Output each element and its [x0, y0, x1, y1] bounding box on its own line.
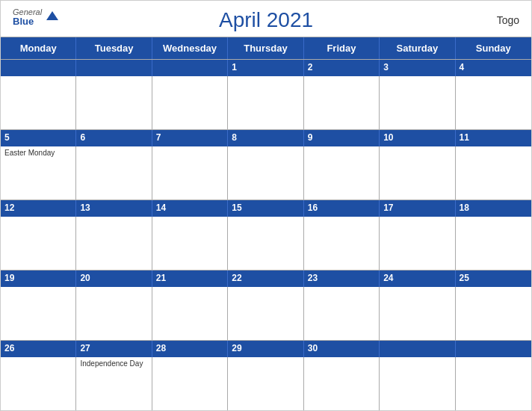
week-1-day-4-num: 1 — [228, 60, 303, 76]
week-1-day-2-num — [76, 60, 152, 76]
week-1: 1234 — [1, 59, 531, 129]
week-1-day-4-content — [228, 76, 303, 129]
week-3-day-3-num: 14 — [152, 200, 228, 217]
week-2-day-4-content — [228, 146, 303, 200]
day-headers-row: Monday Tuesday Wednesday Thursday Friday… — [1, 37, 531, 59]
week-5-day-5-content — [304, 357, 380, 410]
week-5-day-1-num: 26 — [1, 341, 76, 357]
week-1-day-5-content — [304, 76, 380, 129]
week-3-day-7-num: 18 — [456, 200, 531, 217]
week-2-day-2-num: 6 — [76, 130, 152, 146]
logo-blue-text: Blue — [13, 16, 42, 26]
week-5-day-2-content: Independence Day — [76, 357, 152, 410]
week-2-day-1-content: Easter Monday — [1, 146, 76, 200]
weeks-container: 1234567891011Easter Monday12131415161718… — [1, 59, 531, 410]
week-4-day-2-num: 20 — [76, 271, 152, 287]
week-2-day-1-num: 5 — [1, 130, 76, 146]
week-1-day-1-num — [1, 60, 76, 76]
week-4-day-6-num: 24 — [380, 271, 455, 287]
week-1-day-3-num — [152, 60, 228, 76]
week-4-day-4-content — [228, 287, 303, 340]
week-4-day-3-content — [152, 287, 228, 340]
week-4-day-5-num: 23 — [304, 271, 380, 287]
week-1-day-7-num: 4 — [456, 60, 531, 76]
svg-marker-0 — [46, 11, 58, 20]
week-5-day-3-num: 28 — [152, 341, 228, 357]
week-4: 19202122232425 — [1, 270, 531, 340]
week-2-day-5-content — [304, 146, 380, 200]
week-5-day-4-num: 29 — [228, 341, 303, 357]
week-2-day-4-num: 8 — [228, 130, 303, 146]
calendar: General Blue April 2021 Togo Monday Tues… — [0, 0, 532, 411]
week-4-day-5-content — [304, 287, 380, 340]
week-2-day-3-content — [152, 146, 228, 200]
week-1-day-6-num: 3 — [380, 60, 455, 76]
week-1-day-3-content — [152, 76, 228, 129]
week-3-day-6-num: 17 — [380, 200, 455, 217]
week-4-day-3-num: 21 — [152, 271, 228, 287]
week-4-day-7-num: 25 — [456, 271, 531, 287]
week-5-day-2-num: 27 — [76, 341, 152, 357]
week-5-day-6-content — [380, 357, 455, 410]
week-5-day-7-num — [456, 341, 531, 357]
week-5-day-6-num — [380, 341, 455, 357]
header-thursday: Thursday — [228, 37, 303, 59]
week-3-day-2-num: 13 — [76, 200, 152, 217]
week-5-day-1-content — [1, 357, 76, 410]
week-3-day-5-content — [304, 217, 380, 270]
week-2-day-6-content — [380, 146, 455, 200]
week-3-day-1-content — [1, 217, 76, 270]
week-3: 12131415161718 — [1, 200, 531, 270]
holiday-label: Independence Day — [80, 359, 143, 368]
country-label: Togo — [497, 14, 519, 26]
week-4-day-2-content — [76, 287, 152, 340]
week-4-day-7-content — [456, 287, 531, 340]
week-1-day-6-content — [380, 76, 455, 129]
week-1-day-7-content — [456, 76, 531, 129]
week-2-day-2-content — [76, 146, 152, 200]
week-5-day-5-num: 30 — [304, 341, 380, 357]
calendar-header: General Blue April 2021 Togo — [1, 1, 531, 37]
week-2-day-7-num: 11 — [456, 130, 531, 146]
holiday-label: Easter Monday — [4, 149, 55, 157]
week-5: 2627282930Independence Day — [1, 340, 531, 410]
header-sunday: Sunday — [456, 37, 531, 59]
week-3-day-6-content — [380, 217, 455, 270]
week-2-day-6-num: 10 — [380, 130, 455, 146]
header-friday: Friday — [304, 37, 380, 59]
week-3-day-4-content — [228, 217, 303, 270]
week-1-day-2-content — [76, 76, 152, 129]
week-4-day-6-content — [380, 287, 455, 340]
header-saturday: Saturday — [380, 37, 455, 59]
week-5-day-7-content — [456, 357, 531, 410]
header-wednesday: Wednesday — [152, 37, 228, 59]
week-3-day-7-content — [456, 217, 531, 270]
week-5-day-4-content — [228, 357, 303, 410]
week-3-day-5-num: 16 — [304, 200, 380, 217]
week-4-day-4-num: 22 — [228, 271, 303, 287]
week-3-day-2-content — [76, 217, 152, 270]
week-2: 567891011Easter Monday — [1, 129, 531, 200]
week-4-day-1-num: 19 — [1, 271, 76, 287]
week-2-day-7-content — [456, 146, 531, 200]
calendar-grid: Monday Tuesday Wednesday Thursday Friday… — [1, 37, 531, 410]
week-2-day-3-num: 7 — [152, 130, 228, 146]
calendar-title: April 2021 — [219, 8, 313, 32]
week-3-day-3-content — [152, 217, 228, 270]
week-3-day-1-num: 12 — [1, 200, 76, 217]
week-2-day-5-num: 9 — [304, 130, 380, 146]
week-3-day-4-num: 15 — [228, 200, 303, 217]
week-5-day-3-content — [152, 357, 228, 410]
week-1-day-1-content — [1, 76, 76, 129]
logo: General Blue — [13, 8, 60, 26]
header-tuesday: Tuesday — [76, 37, 152, 59]
week-1-day-5-num: 2 — [304, 60, 380, 76]
week-4-day-1-content — [1, 287, 76, 340]
header-monday: Monday — [1, 37, 76, 59]
logo-icon — [45, 10, 60, 25]
